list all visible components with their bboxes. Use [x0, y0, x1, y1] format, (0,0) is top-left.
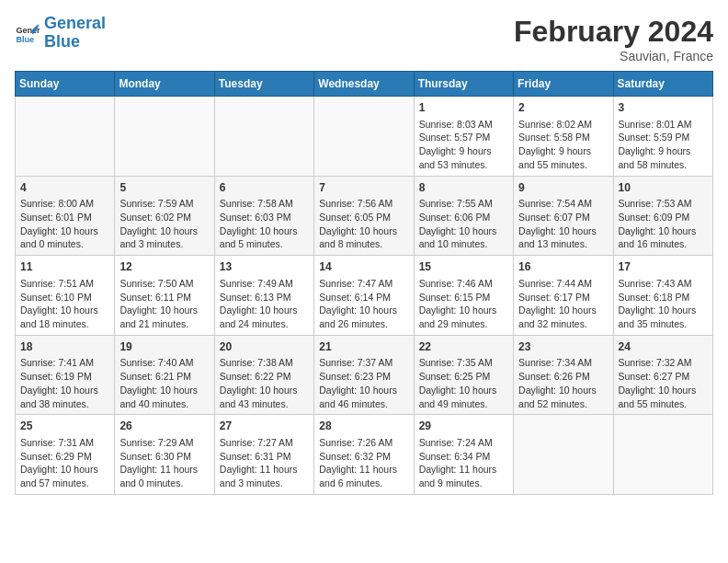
- calendar-cell: 29Sunrise: 7:24 AMSunset: 6:34 PMDayligh…: [414, 415, 513, 495]
- day-info: Daylight: 11 hours: [419, 463, 508, 477]
- day-info: and 38 minutes.: [20, 397, 109, 411]
- day-number: 25: [20, 419, 109, 434]
- calendar-cell: [115, 97, 214, 177]
- calendar-cell: 12Sunrise: 7:50 AMSunset: 6:11 PMDayligh…: [115, 256, 214, 336]
- calendar-cell: 14Sunrise: 7:47 AMSunset: 6:14 PMDayligh…: [314, 256, 414, 336]
- day-info: Sunrise: 7:27 AM: [220, 436, 309, 450]
- logo: General Blue GeneralBlue: [15, 15, 106, 52]
- day-info: Sunrise: 7:34 AM: [518, 356, 608, 370]
- calendar-cell: 2Sunrise: 8:02 AMSunset: 5:58 PMDaylight…: [514, 97, 613, 177]
- day-info: Sunset: 6:23 PM: [319, 370, 408, 384]
- day-info: Daylight: 10 hours: [619, 384, 708, 397]
- day-info: Sunrise: 7:37 AM: [319, 356, 408, 370]
- day-header-saturday: Saturday: [613, 72, 712, 97]
- day-info: and 9 minutes.: [419, 477, 508, 490]
- calendar-cell: 16Sunrise: 7:44 AMSunset: 6:17 PMDayligh…: [514, 256, 613, 336]
- calendar-cell: 11Sunrise: 7:51 AMSunset: 6:10 PMDayligh…: [16, 256, 115, 336]
- day-number: 3: [619, 100, 708, 116]
- day-info: and 21 minutes.: [119, 317, 209, 331]
- day-info: and 35 minutes.: [619, 317, 708, 331]
- day-info: and 3 minutes.: [119, 237, 209, 251]
- day-info: Sunset: 6:14 PM: [319, 291, 408, 304]
- location: Sauvian, France: [514, 49, 713, 63]
- day-info: Daylight: 11 hours: [119, 463, 209, 477]
- day-info: Daylight: 10 hours: [419, 224, 508, 238]
- day-number: 28: [319, 419, 408, 434]
- day-info: Sunrise: 7:54 AM: [518, 197, 608, 211]
- day-info: Daylight: 9 hours: [518, 144, 608, 158]
- calendar-cell: 23Sunrise: 7:34 AMSunset: 6:26 PMDayligh…: [514, 335, 613, 415]
- logo-text: GeneralBlue: [44, 15, 106, 52]
- day-info: Sunset: 6:01 PM: [20, 211, 109, 224]
- calendar-cell: 3Sunrise: 8:01 AMSunset: 5:59 PMDaylight…: [613, 97, 712, 177]
- day-number: 4: [20, 180, 109, 196]
- day-info: and 55 minutes.: [619, 397, 708, 411]
- day-info: Sunset: 6:06 PM: [419, 211, 508, 224]
- calendar-cell: [514, 415, 613, 495]
- day-info: and 0 minutes.: [20, 237, 109, 251]
- svg-text:Blue: Blue: [16, 35, 34, 44]
- calendar-cell: 20Sunrise: 7:38 AMSunset: 6:22 PMDayligh…: [214, 335, 313, 415]
- day-info: Sunrise: 7:49 AM: [220, 277, 309, 291]
- day-info: and 3 minutes.: [220, 477, 309, 490]
- day-number: 15: [419, 259, 508, 275]
- day-number: 17: [619, 259, 708, 275]
- day-info: Daylight: 10 hours: [220, 304, 309, 317]
- day-info: and 29 minutes.: [419, 317, 508, 331]
- day-info: and 18 minutes.: [20, 317, 109, 331]
- day-number: 12: [119, 259, 209, 275]
- day-header-wednesday: Wednesday: [314, 72, 414, 97]
- day-info: Sunset: 6:30 PM: [119, 450, 209, 464]
- calendar-cell: 5Sunrise: 7:59 AMSunset: 6:02 PMDaylight…: [115, 176, 214, 256]
- calendar-cell: [613, 415, 712, 495]
- day-info: Daylight: 10 hours: [319, 384, 408, 397]
- day-info: Daylight: 9 hours: [619, 144, 708, 158]
- day-info: and 55 minutes.: [518, 158, 608, 172]
- day-info: Daylight: 9 hours: [419, 144, 508, 158]
- day-info: Sunrise: 7:29 AM: [119, 436, 209, 450]
- day-info: and 40 minutes.: [119, 397, 209, 411]
- logo-icon: General Blue: [15, 20, 40, 46]
- day-info: Sunset: 6:03 PM: [220, 211, 309, 224]
- calendar-cell: 18Sunrise: 7:41 AMSunset: 6:19 PMDayligh…: [16, 335, 115, 415]
- calendar-cell: 7Sunrise: 7:56 AMSunset: 6:05 PMDaylight…: [314, 176, 414, 256]
- day-info: Sunset: 6:25 PM: [419, 370, 508, 384]
- day-info: Sunset: 6:11 PM: [119, 291, 209, 304]
- day-info: Daylight: 10 hours: [119, 224, 209, 238]
- day-number: 6: [220, 180, 309, 196]
- day-info: and 24 minutes.: [220, 317, 309, 331]
- calendar-cell: 9Sunrise: 7:54 AMSunset: 6:07 PMDaylight…: [514, 176, 613, 256]
- day-number: 21: [319, 339, 408, 355]
- day-info: Daylight: 10 hours: [518, 304, 608, 317]
- day-number: 20: [220, 339, 309, 355]
- day-number: 29: [419, 419, 508, 434]
- day-info: Daylight: 10 hours: [119, 384, 209, 397]
- day-info: Sunset: 6:09 PM: [619, 211, 708, 224]
- day-info: Sunset: 6:05 PM: [319, 211, 408, 224]
- day-number: 1: [419, 100, 508, 116]
- day-info: Sunrise: 8:00 AM: [20, 197, 109, 211]
- day-number: 22: [419, 339, 508, 355]
- page-header: General Blue GeneralBlue February 2024 S…: [15, 15, 713, 63]
- calendar-cell: [214, 97, 313, 177]
- day-info: Daylight: 10 hours: [20, 463, 109, 477]
- day-info: Sunset: 6:02 PM: [119, 211, 209, 224]
- day-info: Sunrise: 7:35 AM: [419, 356, 508, 370]
- day-info: Sunset: 6:10 PM: [20, 291, 109, 304]
- day-header-friday: Friday: [514, 72, 613, 97]
- day-info: Daylight: 10 hours: [220, 384, 309, 397]
- calendar-cell: 24Sunrise: 7:32 AMSunset: 6:27 PMDayligh…: [613, 335, 712, 415]
- day-info: Sunset: 5:58 PM: [518, 131, 608, 144]
- day-number: 11: [20, 259, 109, 275]
- day-info: Daylight: 11 hours: [319, 463, 408, 477]
- day-info: Sunset: 5:59 PM: [619, 131, 708, 144]
- day-number: 13: [220, 259, 309, 275]
- day-info: Sunset: 6:17 PM: [518, 291, 608, 304]
- day-info: Sunset: 6:29 PM: [20, 450, 109, 464]
- day-info: Sunrise: 7:26 AM: [319, 436, 408, 450]
- day-info: Daylight: 10 hours: [119, 304, 209, 317]
- day-info: Sunrise: 7:53 AM: [619, 197, 708, 211]
- day-info: and 57 minutes.: [20, 477, 109, 490]
- day-header-thursday: Thursday: [414, 72, 513, 97]
- calendar-cell: [314, 97, 414, 177]
